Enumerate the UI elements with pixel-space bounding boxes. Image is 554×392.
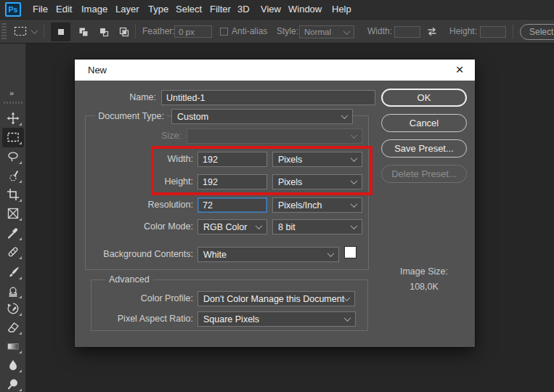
eyedropper-tool-icon[interactable] xyxy=(6,226,20,240)
pixel-aspect-ratio-dropdown[interactable]: Square Pixels xyxy=(197,311,356,327)
lasso-tool-icon[interactable] xyxy=(6,150,20,164)
intersect-selection-icon xyxy=(118,26,130,38)
height-input[interactable] xyxy=(197,174,267,189)
background-color-swatch[interactable] xyxy=(344,246,357,258)
resolution-unit-dropdown[interactable]: Pixels/Inch xyxy=(272,197,362,213)
ob-height-input[interactable] xyxy=(480,26,506,38)
tool-preset-chevron-icon[interactable] xyxy=(32,29,37,34)
dialog-title-bar: New × xyxy=(75,60,475,81)
menu-file[interactable]: File xyxy=(33,0,48,19)
select-and-mask-button[interactable]: Select and Mask... xyxy=(520,24,554,40)
dialog-title: New xyxy=(88,60,107,81)
height-unit-dropdown[interactable]: Pixels xyxy=(272,174,362,189)
name-input[interactable] xyxy=(161,90,375,105)
name-label: Name: xyxy=(83,90,156,105)
ob-width-input[interactable] xyxy=(394,26,420,38)
width-unit-dropdown[interactable]: Pixels xyxy=(272,152,362,167)
chevron-down-icon xyxy=(351,155,358,162)
background-contents-value: White xyxy=(203,250,227,260)
tools-panel: » xyxy=(0,44,26,392)
subtract-from-selection-icon xyxy=(98,26,110,38)
chevron-down-icon xyxy=(327,250,335,257)
chevron-down-icon xyxy=(351,200,358,208)
brush-tool-icon[interactable] xyxy=(6,265,20,279)
tools-panel-grip[interactable] xyxy=(4,102,23,104)
crop-tool-icon[interactable] xyxy=(6,187,20,202)
width-input[interactable] xyxy=(197,152,267,167)
background-contents-dropdown[interactable]: White xyxy=(197,247,339,262)
cancel-button[interactable]: Cancel xyxy=(381,114,467,132)
options-bar-grip[interactable] xyxy=(1,23,7,39)
style-dropdown[interactable]: Normal xyxy=(299,25,354,38)
background-contents-label: Background Contents: xyxy=(84,247,193,262)
resolution-input[interactable] xyxy=(197,197,267,213)
gradient-tool-icon[interactable] xyxy=(6,339,20,354)
width-label: Width: xyxy=(121,152,193,167)
menu-view[interactable]: View xyxy=(261,0,281,19)
color-mode-dropdown[interactable]: RGB Color xyxy=(197,219,267,234)
width-unit-value: Pixels xyxy=(278,155,302,165)
style-value: Normal xyxy=(304,28,331,36)
dodge-tool-icon[interactable] xyxy=(6,377,20,391)
document-type-dropdown[interactable]: Custom xyxy=(171,109,353,124)
menu-help[interactable]: Help xyxy=(332,0,351,19)
menu-layer[interactable]: Layer xyxy=(115,0,139,19)
chevron-down-icon xyxy=(351,177,358,184)
clone-stamp-tool-icon[interactable] xyxy=(6,284,20,298)
color-profile-dropdown[interactable]: Don't Color Manage this Document xyxy=(197,291,355,306)
chevron-down-icon xyxy=(343,28,351,35)
menu-edit[interactable]: Edit xyxy=(56,0,72,19)
height-label: Height: xyxy=(121,174,193,189)
feather-input[interactable] xyxy=(174,25,212,38)
new-document-dialog: New × Advanced Name: Document Type: Cust… xyxy=(75,60,475,347)
anti-alias-checkbox[interactable] xyxy=(220,28,228,36)
style-label: Style: xyxy=(277,20,298,43)
chevron-down-icon xyxy=(351,131,358,139)
resolution-unit-value: Pixels/Inch xyxy=(278,200,322,211)
intersect-selection-button[interactable] xyxy=(114,23,134,41)
photoshop-window: Ps File Edit Image Layer Type Select Fil… xyxy=(0,0,554,392)
chevron-down-icon xyxy=(351,222,358,229)
bit-depth-value: 8 bit xyxy=(278,222,296,232)
ok-button[interactable]: OK xyxy=(381,89,467,107)
chevron-down-icon xyxy=(344,314,351,322)
pixel-aspect-ratio-label: Pixel Aspect Ratio: xyxy=(99,311,193,327)
close-icon[interactable]: × xyxy=(452,60,468,81)
menu-3d[interactable]: 3D xyxy=(237,0,250,19)
eraser-tool-icon[interactable] xyxy=(6,320,20,335)
frame-tool-icon[interactable] xyxy=(6,206,20,221)
new-selection-button[interactable] xyxy=(51,23,70,41)
chevron-down-icon xyxy=(341,112,349,119)
height-unit-value: Pixels xyxy=(278,177,302,187)
add-to-selection-button[interactable] xyxy=(73,23,93,41)
image-size-label: Image Size: xyxy=(380,266,468,277)
blur-tool-icon[interactable] xyxy=(6,358,20,372)
spot-healing-brush-tool-icon[interactable] xyxy=(6,245,20,259)
menu-select[interactable]: Select xyxy=(176,0,202,19)
menu-window[interactable]: Window xyxy=(288,0,322,19)
menu-type[interactable]: Type xyxy=(148,0,168,19)
document-type-value: Custom xyxy=(177,112,208,122)
swap-dimensions-icon[interactable] xyxy=(426,27,438,36)
bit-depth-dropdown[interactable]: 8 bit xyxy=(272,219,362,234)
collapse-panel-icon[interactable]: » xyxy=(9,89,13,97)
pixel-aspect-ratio-value: Square Pixels xyxy=(203,314,259,324)
history-brush-tool-icon[interactable] xyxy=(6,301,20,316)
add-to-selection-icon xyxy=(78,26,89,38)
quick-selection-tool-icon[interactable] xyxy=(6,168,20,183)
move-tool-icon[interactable] xyxy=(6,111,20,126)
tool-preset-button[interactable] xyxy=(13,25,28,37)
new-selection-icon xyxy=(55,26,67,38)
anti-alias-label: Anti-alias xyxy=(232,20,267,43)
rectangular-marquee-tool-icon[interactable] xyxy=(6,130,20,144)
ob-width-label: Width: xyxy=(367,20,392,43)
subtract-from-selection-button[interactable] xyxy=(94,23,113,41)
save-preset-button[interactable]: Save Preset... xyxy=(381,139,467,158)
marquee-preset-icon xyxy=(13,25,28,37)
menu-filter[interactable]: Filter xyxy=(210,0,231,19)
color-mode-value: RGB Color xyxy=(203,222,247,232)
menu-image[interactable]: Image xyxy=(81,0,107,19)
feather-label: Feather: xyxy=(142,20,175,43)
image-size-value: 108,0K xyxy=(380,282,468,292)
resolution-label: Resolution: xyxy=(121,197,193,213)
